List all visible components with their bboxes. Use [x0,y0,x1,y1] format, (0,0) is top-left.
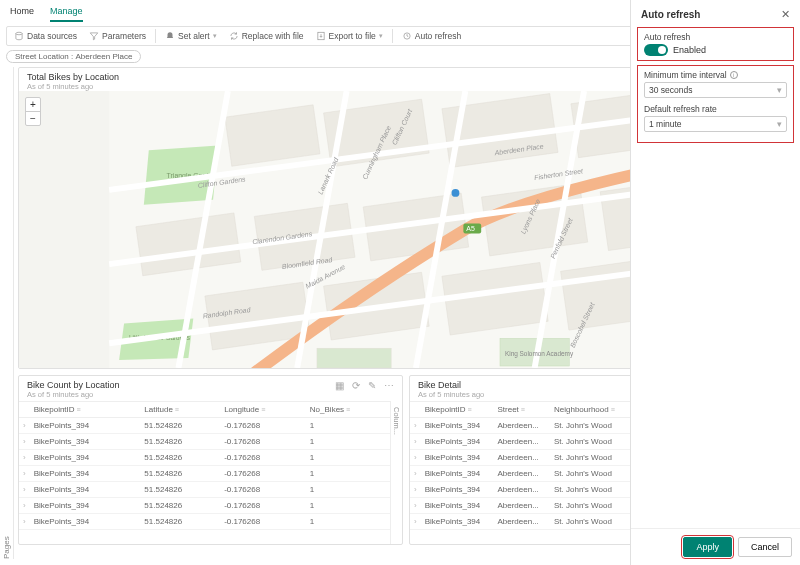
svg-point-0 [16,32,22,35]
zoom-in-button[interactable]: + [26,98,40,112]
table-row[interactable]: ›BikePoints_39451.524826-0.1762681 [19,418,390,434]
panel-title: Auto refresh [641,9,700,20]
detail-title: Bike Detail [418,380,484,390]
refresh-rate-label: Default refresh rate [644,104,787,114]
toggle-group-highlight: Auto refresh Enabled [637,27,794,61]
expand-icon[interactable]: › [410,498,421,514]
data-sources-button[interactable]: Data sources [9,29,82,43]
svg-text:A5: A5 [466,225,475,232]
parameters-button[interactable]: Parameters [84,29,151,43]
table-row[interactable]: ›BikePoints_39451.524826-0.1762681 [19,450,390,466]
filter-chip[interactable]: Street Location : Aberdeen Place [6,50,141,63]
expand-icon[interactable]: › [19,498,30,514]
auto-refresh-toggle[interactable] [644,44,668,56]
column-rail[interactable]: Colum... [390,401,402,544]
svg-text:King Solomon Academy: King Solomon Academy [505,350,574,358]
expand-icon[interactable]: › [19,514,30,530]
database-icon [14,31,24,41]
close-icon[interactable]: ✕ [781,8,790,21]
filter-icon [89,31,99,41]
table-row[interactable]: ›BikePoints_39451.524826-0.1762681 [19,498,390,514]
separator [155,29,156,43]
info-icon[interactable]: i [730,71,738,79]
count-subtitle: As of 5 minutes ago [27,390,120,399]
edit-icon[interactable]: ✎ [368,380,376,391]
chevron-down-icon: ▾ [777,119,782,129]
col-header[interactable]: BikepointID≡ [30,402,141,418]
col-header[interactable]: No_Bikes≡ [306,402,390,418]
expand-icon[interactable]: › [410,466,421,482]
expand-icon[interactable]: › [410,450,421,466]
chevron-down-icon: ▾ [379,32,383,40]
min-interval-label: Minimum time interval i [644,70,787,80]
expand-icon[interactable]: › [19,482,30,498]
refresh-rate-select[interactable]: 1 minute ▾ [644,116,787,132]
more-icon[interactable]: ⋯ [384,380,394,391]
table-row[interactable]: ›BikePoints_39451.524826-0.1762681 [19,434,390,450]
card-tools: ▦ ⟳ ✎ ⋯ [335,380,394,391]
count-table: BikepointID≡Latitude≡Longitude≡No_Bikes≡… [19,401,390,530]
expand-icon[interactable]: › [410,514,421,530]
auto-refresh-button[interactable]: Auto refresh [397,29,466,43]
expand-icon[interactable]: › [19,466,30,482]
toggle-state: Enabled [673,45,706,55]
zoom-out-button[interactable]: − [26,112,40,125]
count-title: Bike Count by Location [27,380,120,390]
table-row[interactable]: ›BikePoints_39451.524826-0.1762681 [19,466,390,482]
expand-icon[interactable]: › [19,434,30,450]
zoom-control: + − [25,97,41,126]
replace-file-button[interactable]: Replace with file [224,29,309,43]
map-data-point [452,189,460,197]
expand-icon[interactable]: › [410,482,421,498]
cancel-button[interactable]: Cancel [738,537,792,557]
refresh-icon[interactable]: ⟳ [352,380,360,391]
table-row[interactable]: ›BikePoints_39451.524826-0.1762681 [19,514,390,530]
svg-rect-21 [317,348,391,368]
expand-icon[interactable]: › [410,418,421,434]
col-header[interactable]: Neighbourhood≡ [550,402,629,418]
col-header[interactable]: Longitude≡ [220,402,306,418]
settings-group-highlight: Minimum time interval i 30 seconds ▾ Def… [637,65,794,143]
export-file-button[interactable]: Export to file ▾ [311,29,388,43]
chevron-down-icon: ▾ [213,32,217,40]
toggle-label: Auto refresh [644,32,787,42]
apply-button[interactable]: Apply [683,537,732,557]
count-card: Bike Count by Location As of 5 minutes a… [18,375,403,545]
set-alert-button[interactable]: Set alert ▾ [160,29,222,43]
min-interval-select[interactable]: 30 seconds ▾ [644,82,787,98]
expand-icon[interactable]: › [19,450,30,466]
separator [392,29,393,43]
col-header[interactable]: Street≡ [493,402,550,418]
auto-refresh-icon [402,31,412,41]
bell-icon [165,31,175,41]
tab-home[interactable]: Home [10,2,34,22]
expand-icon[interactable]: › [19,418,30,434]
pages-label: Pages [2,87,11,559]
detail-subtitle: As of 5 minutes ago [418,390,484,399]
table-row[interactable]: ›BikePoints_39451.524826-0.1762681 [19,482,390,498]
pages-rail[interactable]: Pages [0,67,14,559]
expand-icon[interactable]: › [410,434,421,450]
report-icon[interactable]: ▦ [335,380,344,391]
refresh-icon [229,31,239,41]
tab-manage[interactable]: Manage [50,2,83,22]
export-icon [316,31,326,41]
col-header[interactable]: Latitude≡ [140,402,220,418]
auto-refresh-panel: Auto refresh ✕ Auto refresh Enabled Mini… [630,0,800,565]
chevron-down-icon: ▾ [777,85,782,95]
col-header[interactable]: BikepointID≡ [421,402,494,418]
panel-footer: Apply Cancel [631,528,800,565]
